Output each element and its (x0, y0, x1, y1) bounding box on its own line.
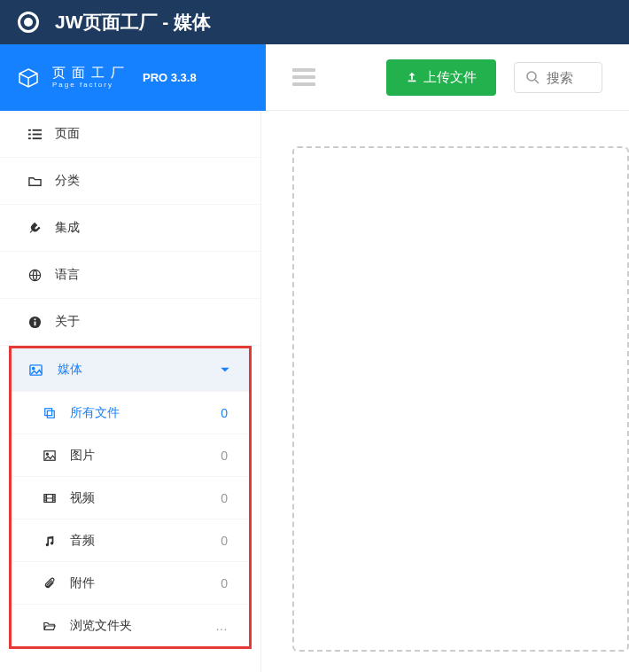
svg-rect-7 (32, 137, 41, 139)
app-header: JW页面工厂 - 媒体 (0, 0, 629, 44)
upload-icon (406, 71, 418, 83)
page-title: JW页面工厂 - 媒体 (55, 10, 211, 35)
search-input[interactable] (547, 70, 591, 85)
media-item-attachments[interactable]: 附件 0 (12, 561, 249, 604)
media-item-count: 0 (221, 449, 231, 463)
media-item-images[interactable]: 图片 0 (12, 434, 249, 476)
copy-icon (43, 407, 59, 419)
sidebar-item-integration[interactable]: 集成 (0, 205, 260, 252)
media-item-browse-folders[interactable]: 浏览文件夹 … (12, 604, 249, 646)
svg-point-1 (527, 72, 536, 81)
media-item-label: 附件 (70, 575, 221, 591)
radio-icon (18, 12, 39, 33)
brand-version: PRO 3.3.8 (143, 71, 197, 84)
upload-dropzone[interactable] (292, 146, 629, 652)
media-item-count: … (215, 619, 231, 633)
music-icon (43, 535, 59, 547)
media-item-label: 视频 (70, 490, 221, 506)
svg-rect-10 (34, 321, 35, 325)
chevron-down-icon (219, 363, 231, 376)
image-icon (43, 449, 59, 462)
upload-label: 上传文件 (423, 69, 477, 86)
sidebar: 页面 分类 集成 语言 关于 (0, 111, 261, 672)
globe-icon (27, 269, 43, 282)
list-icon (27, 128, 43, 141)
media-item-audio[interactable]: 音频 0 (12, 519, 249, 561)
sidebar-item-about[interactable]: 关于 (0, 299, 260, 346)
search-box[interactable] (514, 62, 602, 93)
folder-open-icon (43, 620, 59, 632)
media-item-all-files[interactable]: 所有文件 0 (12, 391, 249, 434)
media-item-count: 0 (221, 406, 231, 420)
folder-icon (27, 175, 43, 188)
plug-icon (27, 222, 43, 235)
svg-rect-15 (47, 410, 54, 418)
search-icon (525, 70, 540, 84)
sidebar-item-label: 分类 (55, 173, 234, 189)
sidebar-item-label: 语言 (55, 267, 234, 283)
brand-bar: 页面工厂 Page factory PRO 3.3.8 上传文件 (0, 44, 629, 111)
svg-rect-4 (28, 133, 31, 135)
svg-point-11 (34, 318, 35, 320)
sidebar-item-categories[interactable]: 分类 (0, 158, 260, 205)
sidebar-item-label: 关于 (55, 314, 234, 330)
brand-logo-area[interactable]: 页面工厂 Page factory PRO 3.3.8 (0, 44, 266, 111)
svg-rect-2 (28, 129, 31, 130)
media-item-label: 所有文件 (70, 405, 221, 421)
media-item-count: 0 (221, 491, 231, 505)
toolbar: 上传文件 (266, 44, 629, 111)
svg-rect-3 (32, 129, 41, 130)
media-item-count: 0 (221, 534, 231, 548)
film-icon (43, 492, 59, 504)
sidebar-item-language[interactable]: 语言 (0, 252, 260, 299)
media-item-videos[interactable]: 视频 0 (12, 476, 249, 519)
svg-rect-6 (28, 137, 31, 139)
media-item-label: 浏览文件夹 (70, 618, 215, 634)
media-item-label: 音频 (70, 533, 221, 549)
sidebar-item-pages[interactable]: 页面 (0, 111, 260, 158)
sidebar-item-label: 集成 (55, 220, 234, 236)
svg-point-13 (33, 367, 35, 369)
svg-rect-14 (45, 408, 52, 415)
sidebar-media-section: 媒体 所有文件 0 图片 0 (9, 346, 252, 649)
brand-text: 页面工厂 Page factory PRO 3.3.8 (52, 66, 197, 90)
content-area (261, 111, 629, 672)
paperclip-icon (43, 577, 59, 590)
sidebar-item-media[interactable]: 媒体 (12, 348, 249, 391)
sidebar-item-label: 页面 (55, 126, 234, 142)
upload-button[interactable]: 上传文件 (386, 59, 496, 96)
svg-rect-0 (408, 81, 416, 82)
media-item-count: 0 (221, 576, 231, 590)
media-item-label: 图片 (70, 448, 221, 464)
info-icon (27, 316, 43, 329)
cube-icon (18, 67, 39, 89)
menu-toggle-icon[interactable] (292, 68, 315, 86)
svg-rect-5 (32, 133, 41, 135)
image-icon (29, 363, 45, 377)
media-header-label: 媒体 (58, 362, 219, 378)
svg-point-17 (46, 453, 48, 455)
brand-name-cn: 页面工厂 (52, 66, 130, 81)
brand-name-en: Page factory (52, 82, 130, 90)
